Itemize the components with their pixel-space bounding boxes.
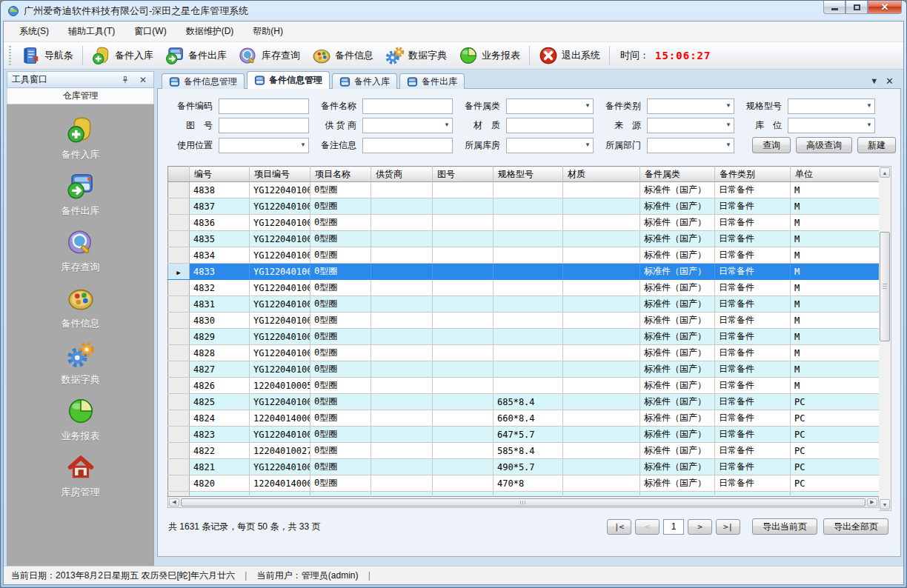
table-cell[interactable]: 标准件（国产） bbox=[640, 231, 715, 247]
table-cell[interactable]: 日常备件 bbox=[715, 182, 791, 198]
row-selector[interactable] bbox=[168, 247, 190, 264]
table-cell[interactable] bbox=[494, 215, 563, 231]
scroll-down-icon[interactable]: ▼ bbox=[880, 499, 890, 510]
table-cell[interactable]: 685*8.4 bbox=[494, 394, 563, 410]
table-cell[interactable]: M bbox=[791, 296, 880, 313]
row-selector[interactable] bbox=[168, 378, 190, 394]
table-cell[interactable]: M bbox=[791, 182, 880, 198]
table-cell[interactable] bbox=[371, 410, 433, 427]
table-cell[interactable]: PC bbox=[791, 410, 880, 427]
pin-icon[interactable] bbox=[119, 74, 131, 85]
table-cell[interactable]: 0型圈 bbox=[310, 313, 371, 329]
table-cell[interactable]: M bbox=[791, 280, 880, 296]
table-cell[interactable]: 0型圈 bbox=[310, 280, 371, 296]
table-cell[interactable] bbox=[494, 280, 563, 296]
table-cell[interactable] bbox=[494, 182, 563, 198]
table-cell[interactable] bbox=[371, 427, 433, 443]
table-cell[interactable]: PC bbox=[791, 475, 880, 492]
sidebar-section-title[interactable]: 仓库管理 bbox=[7, 88, 154, 104]
table-cell[interactable] bbox=[494, 313, 563, 329]
prev-page-button[interactable]: < bbox=[635, 519, 660, 535]
table-cell[interactable]: 0型圈 bbox=[310, 296, 371, 313]
table-cell[interactable] bbox=[433, 280, 494, 296]
table-cell[interactable]: 标准件（国产） bbox=[640, 182, 715, 198]
table-cell[interactable]: YG12204010082 bbox=[250, 361, 310, 378]
table-cell[interactable] bbox=[371, 361, 433, 378]
table-cell[interactable] bbox=[371, 475, 433, 492]
table-cell[interactable] bbox=[494, 329, 563, 345]
table-cell[interactable]: 4835 bbox=[190, 231, 250, 247]
table-cell[interactable]: 日常备件 bbox=[715, 198, 791, 215]
table-cell[interactable] bbox=[433, 198, 494, 215]
table-cell[interactable]: 标准件（国产） bbox=[640, 475, 715, 492]
table-cell[interactable]: 470*8 bbox=[494, 475, 563, 492]
table-cell[interactable] bbox=[563, 410, 640, 427]
table-cell[interactable] bbox=[433, 475, 494, 492]
table-cell[interactable]: 0型圈 bbox=[310, 247, 371, 264]
row-selector[interactable] bbox=[168, 361, 190, 378]
table-cell[interactable]: 0型圈 bbox=[310, 427, 371, 443]
table-cell[interactable] bbox=[433, 182, 494, 198]
row-selector[interactable] bbox=[168, 475, 190, 492]
table-cell[interactable] bbox=[563, 264, 640, 280]
menu-item-1[interactable]: 辅助工具(T) bbox=[60, 22, 123, 41]
table-cell[interactable] bbox=[563, 296, 640, 313]
row-selector[interactable] bbox=[168, 280, 190, 296]
table-cell[interactable]: M bbox=[791, 313, 880, 329]
table-cell[interactable]: 4838 bbox=[190, 182, 250, 198]
grid-column-header[interactable]: 供货商 bbox=[371, 167, 433, 182]
last-page-button[interactable]: >| bbox=[716, 519, 740, 535]
row-selector[interactable] bbox=[168, 459, 190, 475]
table-cell[interactable]: 标准件（国产） bbox=[640, 329, 715, 345]
table-cell[interactable]: 日常备件 bbox=[715, 313, 791, 329]
table-cell[interactable]: 4833 bbox=[190, 264, 250, 280]
table-cell[interactable]: 0型圈 bbox=[310, 198, 371, 215]
tab-list-dropdown-icon[interactable]: ▼ bbox=[870, 77, 878, 85]
tab-0[interactable]: 备件信息管理 bbox=[162, 73, 245, 89]
table-cell[interactable] bbox=[371, 280, 433, 296]
form-select[interactable]: ▼ bbox=[647, 118, 734, 133]
scroll-right-icon[interactable]: ▶ bbox=[867, 498, 877, 507]
table-cell[interactable] bbox=[433, 264, 494, 280]
menu-item-2[interactable]: 窗口(W) bbox=[126, 22, 174, 41]
table-cell[interactable] bbox=[563, 459, 640, 475]
form-select[interactable]: ▼ bbox=[506, 98, 594, 114]
table-cell[interactable]: 标准件（国产） bbox=[640, 410, 715, 427]
toolbar-button-6[interactable]: 业务报表 bbox=[453, 44, 526, 67]
table-cell[interactable]: PC bbox=[791, 443, 880, 459]
table-cell[interactable]: 1220401000599 bbox=[250, 378, 310, 394]
grid-column-header[interactable]: 图号 bbox=[433, 167, 494, 182]
table-cell[interactable] bbox=[433, 215, 494, 231]
table-cell[interactable]: 4831 bbox=[190, 296, 250, 313]
table-cell[interactable] bbox=[371, 378, 433, 394]
table-cell[interactable] bbox=[494, 378, 563, 394]
table-cell[interactable]: 日常备件 bbox=[715, 280, 791, 296]
table-cell[interactable]: 日常备件 bbox=[715, 264, 791, 280]
table-cell[interactable] bbox=[563, 313, 640, 329]
table-cell[interactable]: 490*5.7 bbox=[494, 459, 563, 475]
table-cell[interactable]: 标准件（国产） bbox=[640, 264, 715, 280]
toolbar-button-0[interactable]: 导航条 bbox=[16, 44, 79, 67]
table-cell[interactable]: YG12204010081 bbox=[250, 394, 310, 410]
table-cell[interactable] bbox=[563, 427, 640, 443]
table-cell[interactable] bbox=[563, 329, 640, 345]
tab-3[interactable]: 备件出库 bbox=[399, 73, 465, 89]
table-cell[interactable]: 0型圈 bbox=[310, 264, 371, 280]
scroll-up-icon[interactable]: ▲ bbox=[880, 167, 890, 178]
table-cell[interactable]: M bbox=[791, 329, 880, 345]
table-cell[interactable]: 标准件（国产） bbox=[640, 247, 715, 264]
table-cell[interactable] bbox=[563, 247, 640, 264]
table-cell[interactable]: 标准件（国产） bbox=[640, 394, 715, 410]
table-cell[interactable]: 日常备件 bbox=[715, 361, 791, 378]
table-cell[interactable]: 日常备件 bbox=[715, 345, 791, 361]
row-selector[interactable] bbox=[168, 394, 190, 410]
table-cell[interactable]: 日常备件 bbox=[715, 459, 791, 475]
first-page-button[interactable]: |< bbox=[607, 519, 631, 535]
grid-column-header[interactable]: 备件属类 bbox=[640, 167, 715, 182]
table-cell[interactable]: 标准件（国产） bbox=[640, 215, 715, 231]
toolbar-button-3[interactable]: 库存查询 bbox=[233, 44, 306, 67]
table-cell[interactable] bbox=[433, 329, 494, 345]
table-cell[interactable]: 标准件（国产） bbox=[640, 459, 715, 475]
sidebar-item-6[interactable]: 库房管理 bbox=[29, 453, 133, 499]
table-cell[interactable]: 4832 bbox=[190, 280, 250, 296]
